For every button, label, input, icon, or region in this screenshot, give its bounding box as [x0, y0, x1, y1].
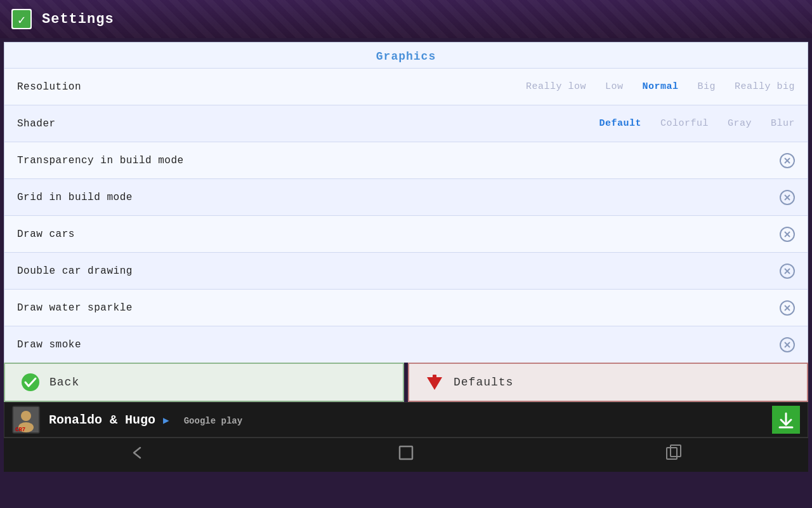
svg-rect-29 [400, 446, 412, 459]
grid-row: Grid in build mode [4, 178, 808, 215]
resolution-low[interactable]: Low [605, 81, 624, 92]
draw-cars-row: Draw cars [4, 215, 808, 252]
defaults-button[interactable]: Defaults [408, 363, 808, 402]
nav-home-icon[interactable] [397, 444, 415, 466]
main-content: Graphics Resolution Really low Low Norma… [4, 42, 808, 363]
draw-cars-toggle-icon[interactable] [780, 227, 795, 242]
double-car-label: Double car drawing [17, 265, 780, 277]
resolution-row: Resolution Really low Low Normal Big Rea… [4, 68, 808, 105]
svg-rect-23 [433, 375, 436, 385]
down-arrow-icon [424, 372, 445, 392]
svg-rect-30 [667, 448, 677, 459]
svg-point-21 [22, 373, 39, 391]
shader-default[interactable]: Default [599, 118, 641, 129]
draw-smoke-toggle[interactable] [780, 337, 795, 352]
page-title: Settings [42, 11, 114, 27]
ad-banner[interactable]: CR7 Ronaldo & Hugo ▶ Google play [4, 402, 808, 438]
draw-cars-toggle[interactable] [780, 227, 795, 242]
nav-back-icon[interactable] [129, 444, 147, 466]
svg-rect-31 [671, 445, 681, 457]
transparency-label: Transparency in build mode [17, 155, 780, 166]
settings-icon: ✓ [10, 8, 33, 30]
grid-label: Grid in build mode [17, 192, 780, 203]
back-label: Back [49, 376, 79, 389]
shader-row: Shader Default Colorful Gray Blur [4, 105, 808, 142]
shader-options: Default Colorful Gray Blur [599, 118, 795, 129]
resolution-label: Resolution [17, 81, 526, 93]
resolution-normal[interactable]: Normal [642, 81, 678, 92]
grid-toggle[interactable] [780, 190, 795, 205]
draw-water-toggle[interactable] [780, 300, 795, 316]
draw-smoke-label: Draw smoke [17, 339, 780, 351]
svg-text:CR7: CR7 [15, 427, 25, 432]
resolution-really-big[interactable]: Really big [735, 81, 795, 92]
draw-smoke-row: Draw smoke [4, 326, 808, 363]
title-bar: ✓ Settings [0, 0, 812, 38]
defaults-label: Defaults [454, 376, 513, 389]
transparency-toggle-icon[interactable] [780, 153, 795, 168]
ad-title: Ronaldo & Hugo ▶ Google play [49, 413, 763, 427]
svg-text:✓: ✓ [18, 13, 25, 28]
double-car-toggle-icon[interactable] [780, 264, 795, 279]
checkmark-icon [20, 372, 41, 392]
back-button[interactable]: Back [4, 363, 404, 402]
ad-subtitle: Google play [184, 416, 242, 426]
section-header: Graphics [4, 43, 808, 68]
resolution-really-low[interactable]: Really low [526, 81, 586, 92]
ad-download-button[interactable] [772, 406, 800, 434]
shader-blur[interactable]: Blur [771, 118, 795, 129]
transparency-row: Transparency in build mode [4, 142, 808, 178]
shader-label: Shader [17, 118, 599, 130]
nav-recents-icon[interactable] [665, 444, 683, 466]
ad-avatar: CR7 [12, 406, 40, 434]
grid-toggle-icon[interactable] [780, 190, 795, 205]
nav-bar [4, 438, 808, 472]
svg-point-25 [21, 411, 31, 421]
bottom-buttons: Back Defaults [4, 363, 808, 402]
ad-play-icon: ▶ [163, 415, 169, 427]
draw-water-label: Draw water sparkle [17, 302, 780, 314]
draw-water-toggle-icon[interactable] [780, 300, 795, 316]
draw-water-row: Draw water sparkle [4, 289, 808, 326]
transparency-toggle[interactable] [780, 153, 795, 168]
resolution-big[interactable]: Big [697, 81, 716, 92]
shader-gray[interactable]: Gray [728, 118, 752, 129]
double-car-row: Double car drawing [4, 252, 808, 289]
draw-cars-label: Draw cars [17, 229, 780, 240]
draw-smoke-toggle-icon[interactable] [780, 337, 795, 352]
shader-colorful[interactable]: Colorful [660, 118, 709, 129]
double-car-toggle[interactable] [780, 264, 795, 279]
resolution-options: Really low Low Normal Big Really big [526, 81, 795, 92]
